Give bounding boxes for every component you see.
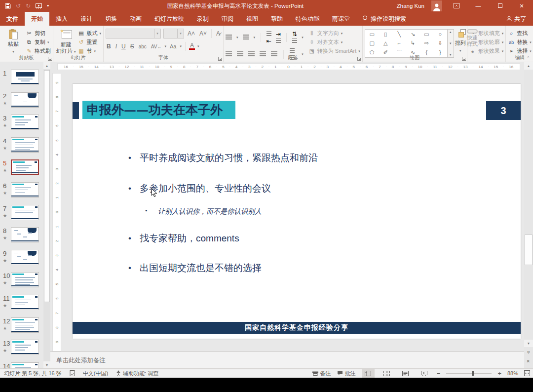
drawing-dialog-launcher[interactable] [462,57,466,61]
slide-thumbnail-4[interactable]: 4★ [0,137,43,160]
tab-slideshow[interactable]: 幻灯片放映 [148,12,190,26]
slide-thumbnail-11[interactable]: 11★ [0,295,43,317]
thumbnail-preview[interactable] [11,70,39,85]
font-size-combo[interactable]: ▾ [163,29,184,39]
shape-vertical-textbox-icon[interactable]: ▯ [384,32,387,37]
slide-thumbnail-7[interactable]: 7★ [0,205,43,228]
cut-button[interactable]: ✂剪切 [26,30,51,37]
font-dialog-launcher[interactable] [218,57,222,61]
thumbnail-preview[interactable] [11,272,39,287]
tab-insert[interactable]: 插入 [49,12,74,26]
slide-thumbnail-14[interactable]: 14★ [0,362,43,368]
increase-indent-button[interactable]: ⇥ [276,31,281,44]
font-name-combo[interactable]: ▾ [106,29,161,39]
tab-rain-classroom[interactable]: 雨课堂 [326,12,356,26]
tab-features[interactable]: 特色功能 [289,12,326,26]
ribbon-display-options-button[interactable] [449,3,464,9]
slide-body[interactable]: •平时养成阅读文献的习惯，紧跟热点和前沿•多参加小范围的、专业性的会议•让别人认… [73,84,521,339]
align-text-button[interactable]: ⇳对齐文本▾ [308,39,360,46]
reading-view-button[interactable] [399,369,412,378]
shape-triangle-icon[interactable]: △ [383,40,387,46]
zoom-slider-thumb[interactable] [472,371,474,376]
slide-canvas[interactable]: 申报外——功夫在本子外 3 •平时养成阅读文献的习惯，紧跟热点和前沿•多参加小范… [73,84,521,339]
avatar[interactable] [431,0,442,11]
thumbnail-preview[interactable] [11,205,39,220]
slide-thumbnail-13[interactable]: 13★ [0,340,43,362]
save-icon[interactable] [5,3,11,9]
tab-review[interactable]: 审阅 [215,12,240,26]
tab-file[interactable]: 文件 [0,12,25,26]
scroll-up-arrow[interactable]: ▲ [524,62,533,70]
replace-button[interactable]: ab替换▾ [508,39,532,46]
line-spacing-button[interactable]: ⇅ [292,31,297,44]
slide-thumbnail-9[interactable]: 9★ [0,250,43,273]
slide-thumbnail-12[interactable]: 12★ [0,317,43,340]
minimize-button[interactable]: — [471,3,486,9]
language-indicator[interactable]: 中文(中国) [83,370,108,377]
shrink-font-button[interactable]: A˅ [198,30,208,37]
shape-arrow-down-icon[interactable]: ⇩ [438,40,442,46]
new-slide-button[interactable]: 新建幻灯片 ▾ [55,28,76,55]
zoom-out-button[interactable]: − [437,370,441,377]
tab-help[interactable]: 帮助 [265,12,289,26]
thumbnail-preview[interactable] [11,159,39,175]
tell-me-search[interactable]: 操作说明搜索 [356,12,412,26]
accessibility-status[interactable]: 辅助功能: 调查 [116,370,158,377]
slide-thumbnail-3[interactable]: 3★ [0,115,43,137]
shape-elbow-arrow-icon[interactable]: ↳ [411,40,415,46]
format-painter-button[interactable]: ✎格式刷 [26,47,51,55]
arrange-button[interactable]: 排列▾ [455,28,466,55]
fit-slide-to-window-button[interactable] [524,370,530,376]
thumbnail-preview[interactable] [11,317,39,333]
shape-effects-button[interactable]: ◕形状效果▾ [469,47,504,55]
shapes-gallery-scroll[interactable]: ▲▼▼ [448,29,454,58]
tab-home[interactable]: 开始 [25,12,49,26]
close-button[interactable]: ✕ [514,3,529,9]
change-case-button[interactable]: Aa [169,43,177,49]
find-button[interactable]: ⌕查找 [508,30,532,37]
scroll-thumb[interactable] [525,235,533,265]
shape-arrow-right-icon[interactable]: ⇨ [424,40,429,46]
shape-arrow-line-icon[interactable]: ↘ [411,32,415,37]
notes-toggle-button[interactable]: 备注 [312,370,331,377]
thumbnail-preview[interactable] [11,295,39,310]
slide-thumbnail-2[interactable]: 2★ [0,92,43,115]
underline-button[interactable]: U [120,43,127,50]
thumb-scroll-down-arrow[interactable]: ▼ [43,361,50,368]
font-color-button[interactable]: A [189,43,195,50]
next-slide-button[interactable]: « [524,357,533,365]
zoom-slider[interactable] [446,373,492,374]
thumb-scroll-thumb[interactable] [44,70,50,302]
maximize-button[interactable] [493,3,507,9]
previous-slide-button[interactable]: « [524,349,533,356]
user-name[interactable]: Zhang Kun [397,3,424,9]
comments-toggle-button[interactable]: 批注 [337,370,356,377]
copy-button[interactable]: ⧉复制▾ [26,39,51,46]
share-button[interactable]: 共享 [499,12,533,26]
thumbnail-preview[interactable] [11,92,39,108]
notes-pane[interactable]: 单击此处添加备注 [50,352,524,368]
thumbnail-scrollbar[interactable]: ▲ ▼ [43,62,50,368]
thumbnail-preview[interactable] [11,250,39,265]
shape-line-icon[interactable]: ╲ [398,32,401,37]
thumbnail-preview[interactable] [11,115,39,130]
tab-animations[interactable]: 动画 [123,12,148,26]
shape-elbow-connector-icon[interactable]: ⌐ [398,40,401,46]
slide-thumbnail-10[interactable]: 10★ [0,272,43,295]
slide-thumbnail-1[interactable]: 1 [0,70,43,92]
tab-transitions[interactable]: 切换 [99,12,123,26]
clipboard-dialog-launcher[interactable] [48,57,52,61]
strikethrough-button[interactable]: S [129,43,135,50]
slideshow-view-button[interactable] [418,369,431,378]
zoom-in-button[interactable]: + [497,370,501,377]
bullets-button[interactable] [226,34,232,41]
layout-button[interactable]: ▤版式▾ [77,30,101,37]
numbering-button[interactable] [243,34,249,41]
slide-thumbnail-8[interactable]: 8★ [0,227,43,250]
slide-footer[interactable]: 国家自然科学基金申报经验分享 [73,322,521,334]
scroll-down-arrow[interactable]: ▼ [524,340,533,347]
tab-record[interactable]: 录制 [190,12,215,26]
slide-thumbnail-5[interactable]: 5★ [0,159,43,182]
paste-button[interactable]: 粘贴▾ [2,28,25,55]
collapse-ribbon-button[interactable]: ⌃ [526,56,530,61]
